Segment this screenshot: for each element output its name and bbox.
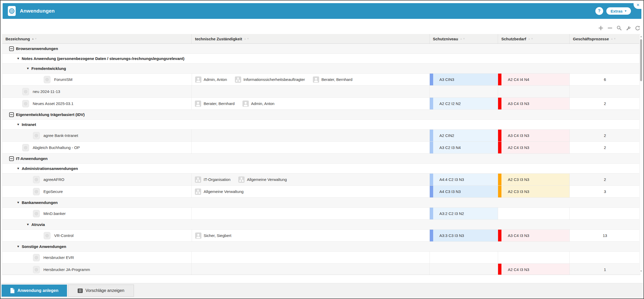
schutzbedarf-cell: A2 C4 I3 N3 bbox=[498, 142, 569, 153]
tree-leaf-row[interactable]: agreeAFROIT-OrganisationAllgemeine Verwa… bbox=[2, 174, 640, 186]
column-header-schutzbedarf[interactable]: Schutzbedarf ▲▼ bbox=[498, 34, 569, 43]
technische-zustaendigkeit-cell bbox=[191, 130, 429, 141]
scrollbar-thumb[interactable] bbox=[640, 39, 642, 81]
schutzniveau-badge: A2 CIN2 bbox=[430, 130, 498, 141]
column-header-bezeichnung[interactable]: Bezeichnung ▲▼ bbox=[2, 34, 191, 43]
schutzbedarf-cell: A2 C3 I3 N3 bbox=[498, 174, 569, 185]
schutzniveau-cell bbox=[430, 86, 498, 97]
tree-group-row[interactable]: ▼Atruvia bbox=[2, 220, 640, 230]
group-label: Administrationsanwendungen bbox=[22, 166, 78, 171]
schutzbedarf-badge-label: A2 C3 I3 N3 bbox=[501, 189, 529, 194]
responsibility-label: Admin, Anton bbox=[204, 77, 227, 82]
tree-leaf-row[interactable]: VR-ControlSicher, SiegbertA3:3 C3 I3 N3A… bbox=[2, 230, 640, 242]
help-button[interactable]: ? bbox=[595, 7, 603, 15]
group-label: Eigenentwicklung trägerbasiert (IDV) bbox=[16, 112, 85, 117]
collapse-arrow-icon[interactable]: ▼ bbox=[16, 123, 20, 126]
column-header-geschaeftsprozesse[interactable]: Geschäftsprozesse ▲▼ bbox=[569, 34, 640, 43]
show-suggestions-button[interactable]: Vorschläge anzeigen bbox=[68, 285, 134, 297]
close-icon: ✕ bbox=[636, 3, 640, 7]
responsibility-entry[interactable]: Admin, Anton bbox=[195, 76, 227, 83]
schutzbedarf-badge: A3 C4 I3 N3 bbox=[498, 98, 569, 109]
schutzbedarf-cell: A2 C3 I3 N3 bbox=[498, 186, 569, 197]
application-label: agreeAFRO bbox=[43, 177, 64, 182]
group-cell: Browseranwendungen bbox=[2, 46, 640, 51]
responsibility-entry[interactable]: Allgemeine Verwaltung bbox=[238, 176, 287, 183]
collapse-arrow-icon[interactable]: ▼ bbox=[26, 223, 30, 226]
responsibility-entry[interactable]: Berater, Bernhard bbox=[195, 101, 234, 107]
tree-leaf-row[interactable]: Neues Asset 2025-03.1Berater, BernhardAd… bbox=[2, 98, 640, 110]
technische-zustaendigkeit-cell bbox=[191, 142, 429, 153]
tree-group-row[interactable]: IT-Anwendungen bbox=[2, 154, 640, 164]
application-label: EgoSecure bbox=[43, 189, 63, 194]
tree-leaf-row[interactable]: Hersbrucker JA-ProgrammA2 C4 I3 N31 bbox=[2, 264, 640, 275]
tree-group-row[interactable]: Eigenentwicklung trägerbasiert (IDV) bbox=[2, 110, 640, 120]
schutzniveau-badge: A3 CIN3 bbox=[430, 74, 498, 85]
schutzbedarf-badge-label: A2 C4 I3 N3 bbox=[501, 145, 529, 150]
responsibility-entry[interactable]: Informationssicherheitsbeauftragter bbox=[235, 76, 305, 83]
tree-group-row[interactable]: ▼Bankanwendungen bbox=[2, 198, 640, 208]
tree-leaf-row[interactable]: MinD.bankerA3:2 C2 I3 N2 bbox=[2, 208, 640, 220]
tree-leaf-row[interactable]: ForumISMAdmin, AntonInformationssicherhe… bbox=[2, 74, 640, 86]
tree-leaf-row[interactable]: Hersbrucker EVR bbox=[2, 252, 640, 264]
tree-group-row[interactable]: ▼Notes Anwendung (personenbezogene Daten… bbox=[2, 54, 640, 64]
application-label: Abgleich Buchhaltung - OP bbox=[33, 145, 80, 150]
column-header-schutzniveau[interactable]: Schutzniveau ▲▼ bbox=[430, 34, 498, 43]
application-label: VR-Control bbox=[54, 233, 74, 238]
schutzniveau-badge-bar bbox=[430, 208, 433, 219]
geschaeftsprozesse-cell: 2 bbox=[569, 174, 640, 185]
org-unit-icon bbox=[238, 176, 245, 183]
list-icon bbox=[78, 289, 83, 293]
minus-icon[interactable] bbox=[607, 25, 613, 31]
application-icon bbox=[33, 254, 40, 261]
tree-group-row[interactable]: ▼Administrationsanwendungen bbox=[2, 164, 640, 174]
responsibility-entry[interactable]: Berater, Bernhard bbox=[313, 76, 352, 83]
org-unit-icon bbox=[235, 76, 241, 83]
vertical-scrollbar[interactable]: ▲ ▼ bbox=[639, 35, 643, 273]
tree-leaf-row[interactable]: neu 2024-11-13 bbox=[2, 86, 640, 98]
application-icon bbox=[22, 88, 29, 95]
scroll-down-icon[interactable]: ▼ bbox=[640, 269, 643, 273]
collapse-arrow-icon[interactable]: ▼ bbox=[16, 167, 20, 170]
application-label: Neues Asset 2025-03.1 bbox=[33, 101, 74, 106]
create-application-button[interactable]: Anwendung anlegen bbox=[2, 285, 67, 297]
collapse-arrow-icon[interactable]: ▼ bbox=[16, 201, 20, 204]
collapse-arrow-icon[interactable]: ▼ bbox=[16, 57, 20, 60]
extras-button[interactable]: Extras ▼ bbox=[606, 7, 631, 15]
wrench-icon[interactable] bbox=[625, 25, 631, 31]
application-icon bbox=[44, 232, 50, 239]
collapse-arrow-icon[interactable]: ▼ bbox=[16, 245, 20, 248]
technische-zustaendigkeit-cell: Allgemeine Verwaltung bbox=[191, 186, 429, 197]
refresh-icon[interactable] bbox=[635, 25, 640, 31]
tree-group-row[interactable]: ▼Sonstige Anwendungen bbox=[2, 242, 640, 252]
collapse-box-icon[interactable] bbox=[9, 46, 14, 51]
responsibility-entry[interactable]: IT-Organisation bbox=[195, 176, 230, 183]
org-unit-icon bbox=[195, 189, 201, 195]
search-icon[interactable] bbox=[616, 25, 622, 31]
collapse-box-icon[interactable] bbox=[9, 112, 14, 117]
group-cell: ▼Atruvia bbox=[2, 222, 640, 227]
bezeichnung-cell: agree Bank-Intranet bbox=[2, 130, 191, 141]
application-label: agree Bank-Intranet bbox=[43, 133, 78, 138]
tree-leaf-row[interactable]: EgoSecureAllgemeine VerwaltungA4 C3 I3 N… bbox=[2, 186, 640, 198]
tree-leaf-row[interactable]: Abgleich Buchhaltung - OPA3 C2 I3 N4A2 C… bbox=[2, 142, 640, 154]
responsibility-label: IT-Organisation bbox=[204, 177, 230, 182]
bezeichnung-cell: Hersbrucker EVR bbox=[2, 252, 191, 263]
plus-icon[interactable] bbox=[598, 25, 604, 31]
collapse-box-icon[interactable] bbox=[9, 156, 14, 161]
sort-icons: ▲▼ bbox=[244, 38, 249, 40]
responsibility-entry[interactable]: Allgemeine Verwaltung bbox=[195, 189, 244, 195]
collapse-arrow-icon[interactable]: ▼ bbox=[26, 67, 30, 70]
column-header-technische-zustaendigkeit[interactable]: technische Zuständigkeit ▲▼ bbox=[191, 34, 429, 43]
sort-icons: ▲▼ bbox=[528, 38, 533, 40]
table-toolbar bbox=[598, 25, 640, 31]
tree-group-row[interactable]: ▼Intranet bbox=[2, 120, 640, 130]
tree-group-row[interactable]: ▼Fremdentwicklung bbox=[2, 64, 640, 74]
schutzbedarf-badge-label: A2 C4 I4 N4 bbox=[501, 77, 529, 82]
schutzbedarf-badge: A2 C3 I3 N3 bbox=[498, 174, 569, 185]
responsibility-entry[interactable]: Sicher, Siegbert bbox=[195, 232, 231, 239]
responsibility-entry[interactable]: Admin, Anton bbox=[242, 101, 274, 107]
scroll-up-icon[interactable]: ▲ bbox=[640, 35, 643, 38]
group-label: Atruvia bbox=[31, 222, 45, 227]
tree-group-row[interactable]: Browseranwendungen bbox=[2, 44, 640, 54]
tree-leaf-row[interactable]: agree Bank-IntranetA2 CIN2A3 C4 I3 N32 bbox=[2, 130, 640, 142]
